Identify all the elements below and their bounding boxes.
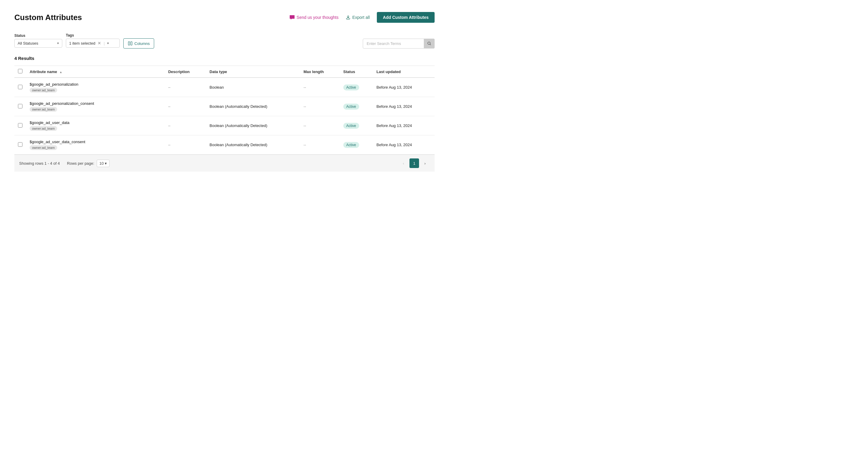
page-title: Custom Attributes <box>14 13 82 22</box>
svg-rect-1 <box>131 41 132 45</box>
export-icon <box>346 15 350 20</box>
table-row: $google_ad_user_data_consent owner:ad_te… <box>14 135 435 154</box>
prev-page-button[interactable]: ‹ <box>399 158 408 168</box>
row-checkbox-3[interactable] <box>18 142 23 147</box>
row-max-length: -- <box>300 78 340 97</box>
clear-tags-icon[interactable]: ✕ <box>98 41 101 46</box>
pagination-nav: ‹ 1 › <box>399 158 430 168</box>
table-row: $google_ad_user_data owner:ad_team – Boo… <box>14 116 435 135</box>
description-value: – <box>168 85 170 90</box>
row-last-updated: Before Aug 13, 2024 <box>373 78 435 97</box>
columns-icon <box>128 41 133 46</box>
row-description: – <box>165 78 206 97</box>
table-header-row: Attribute name ▲ Description Data type M… <box>14 66 435 78</box>
export-label: Export all <box>352 15 370 20</box>
attr-name-text: $google_ad_user_data <box>30 120 161 125</box>
status-badge: Active <box>343 142 359 148</box>
tags-filter-select[interactable]: 1 item selected ✕ | ▾ <box>66 39 120 48</box>
row-checkbox-cell <box>14 135 26 154</box>
attr-name-text: $google_ad_personalization <box>30 82 161 87</box>
export-button[interactable]: Export all <box>346 15 370 20</box>
chat-icon <box>289 15 295 20</box>
row-data-type: Boolean (Automatically Detected) <box>206 97 300 116</box>
tags-filter-label: Tags <box>66 33 120 37</box>
row-max-length: -- <box>300 97 340 116</box>
status-filter-select[interactable]: All Statuses ▾ <box>14 39 62 48</box>
row-last-updated: Before Aug 13, 2024 <box>373 97 435 116</box>
row-last-updated: Before Aug 13, 2024 <box>373 135 435 154</box>
max-length-value: -- <box>304 123 306 128</box>
rows-per-page-label: Rows per page: <box>67 161 94 166</box>
columns-button[interactable]: Columns <box>123 38 154 49</box>
row-description: – <box>165 116 206 135</box>
next-page-button[interactable]: › <box>420 158 430 168</box>
tags-filter-group: Tags 1 item selected ✕ | ▾ <box>66 33 120 48</box>
svg-rect-0 <box>128 41 130 45</box>
row-status: Active <box>340 78 373 97</box>
attr-name-text: $google_ad_user_data_consent <box>30 140 161 144</box>
row-description: – <box>165 135 206 154</box>
pagination-bar: Showing rows 1 - 4 of 4 Rows per page: 1… <box>14 154 435 172</box>
row-data-type: Boolean <box>206 78 300 97</box>
table-row: $google_ad_personalization owner:ad_team… <box>14 78 435 97</box>
row-checkbox-2[interactable] <box>18 123 23 127</box>
attributes-table: Attribute name ▲ Description Data type M… <box>14 66 435 154</box>
row-max-length: -- <box>300 116 340 135</box>
row-checkbox-0[interactable] <box>18 85 23 89</box>
divider: | <box>103 41 104 46</box>
status-badge: Active <box>343 123 359 129</box>
description-value: – <box>168 123 170 128</box>
page-1-button[interactable]: 1 <box>409 158 419 168</box>
status-chevron-icon: ▾ <box>57 41 59 45</box>
row-status: Active <box>340 116 373 135</box>
max-length-value: -- <box>304 143 306 147</box>
row-last-updated: Before Aug 13, 2024 <box>373 116 435 135</box>
tags-chevron-icon: ▾ <box>107 41 109 45</box>
row-attribute-name: $google_ad_user_data owner:ad_team <box>26 116 165 135</box>
max-length-value: -- <box>304 85 306 90</box>
rows-per-page-select[interactable]: 10 ▾ <box>97 159 110 167</box>
sort-icon: ▲ <box>59 70 62 74</box>
header-actions: Send us your thoughts Export all Add Cus… <box>289 12 435 23</box>
row-checkbox-1[interactable] <box>18 104 23 109</box>
row-description: – <box>165 97 206 116</box>
row-status: Active <box>340 97 373 116</box>
rows-per-page: Showing rows 1 - 4 of 4 Rows per page: 1… <box>19 159 110 167</box>
status-filter-group: Status All Statuses ▾ <box>14 33 62 48</box>
attr-name-text: $google_ad_personalization_consent <box>30 101 161 106</box>
header-checkbox-cell <box>14 66 26 78</box>
row-checkbox-cell <box>14 78 26 97</box>
header-attribute-name[interactable]: Attribute name ▲ <box>26 66 165 78</box>
send-thoughts-button[interactable]: Send us your thoughts <box>289 15 339 20</box>
tags-filter-value: 1 item selected <box>69 41 95 46</box>
search-icon <box>427 41 431 46</box>
filters-row: Status All Statuses ▾ Tags 1 item select… <box>14 32 435 49</box>
attr-tag-badge: owner:ad_team <box>30 126 57 131</box>
status-filter-label: Status <box>14 33 62 38</box>
attr-tag-badge: owner:ad_team <box>30 88 57 92</box>
table-wrapper: Attribute name ▲ Description Data type M… <box>14 66 435 154</box>
status-filter-value: All Statuses <box>18 41 55 46</box>
row-attribute-name: $google_ad_user_data_consent owner:ad_te… <box>26 135 165 154</box>
attr-tag-badge: owner:ad_team <box>30 107 57 112</box>
rows-per-page-value: 10 <box>99 161 103 166</box>
add-custom-attributes-button[interactable]: Add Custom Attributes <box>377 12 435 23</box>
header-status: Status <box>340 66 373 78</box>
rows-per-page-chevron-icon: ▾ <box>105 161 107 166</box>
results-count: 4 Results <box>14 56 435 61</box>
row-attribute-name: $google_ad_personalization_consent owner… <box>26 97 165 116</box>
row-status: Active <box>340 135 373 154</box>
showing-label: Showing rows 1 - 4 of 4 <box>19 161 60 166</box>
row-max-length: -- <box>300 135 340 154</box>
columns-label: Columns <box>134 41 150 46</box>
search-button[interactable] <box>424 39 435 49</box>
status-badge: Active <box>343 104 359 110</box>
header-data-type: Data type <box>206 66 300 78</box>
send-thoughts-label: Send us your thoughts <box>297 15 339 20</box>
status-badge: Active <box>343 84 359 90</box>
search-wrap <box>363 39 435 49</box>
row-data-type: Boolean (Automatically Detected) <box>206 135 300 154</box>
row-checkbox-cell <box>14 97 26 116</box>
header-description: Description <box>165 66 206 78</box>
select-all-checkbox[interactable] <box>18 69 23 74</box>
